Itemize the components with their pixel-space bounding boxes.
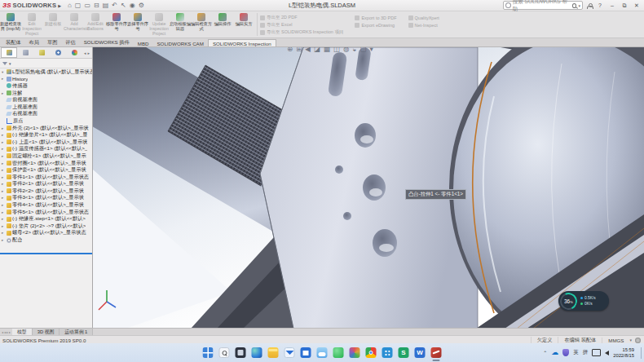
expand-arrow-icon[interactable]: ▸ bbox=[2, 126, 6, 130]
tree-item-part[interactable]: ▸ (-) 绝缘垫片<1> (默认<<默认>_显 bbox=[0, 131, 92, 139]
tree-item-part[interactable]: ▸ (-) 上盖<1> (默认<<默认>_显示状 bbox=[0, 139, 92, 146]
network-monitor-icon[interactable] bbox=[592, 349, 601, 356]
task-view-icon[interactable] bbox=[236, 347, 246, 358]
open-icon[interactable]: ▭ bbox=[84, 2, 90, 9]
section-view-icon[interactable]: ◪ bbox=[314, 47, 320, 53]
search-icon[interactable] bbox=[219, 347, 230, 358]
tree-item-part[interactable]: ▸ 密封圈<1> (默认<<默认>_显示状 bbox=[0, 160, 92, 167]
login-icon[interactable] bbox=[587, 3, 592, 8]
apply-scene-icon[interactable]: ▢ bbox=[359, 47, 366, 53]
add-characteristic-button[interactable]: Add Characteristic bbox=[64, 11, 85, 38]
green-app-icon[interactable] bbox=[333, 347, 344, 358]
tree-item-front-plane[interactable]: ▸ 前视基准面 bbox=[0, 96, 92, 104]
start-button-icon[interactable] bbox=[203, 347, 214, 358]
expand-arrow-icon[interactable]: ▸ bbox=[2, 210, 6, 214]
ime-language-indicator[interactable]: 英 bbox=[573, 349, 579, 356]
expand-arrow-icon[interactable]: ▸ bbox=[2, 168, 6, 172]
solidworks-app-icon[interactable] bbox=[431, 347, 442, 358]
dimxpert-manager-tab[interactable] bbox=[50, 47, 66, 58]
display-manager-tab[interactable] bbox=[66, 47, 82, 58]
expand-arrow-icon[interactable]: ▸ bbox=[2, 196, 6, 200]
configuration-manager-tab[interactable] bbox=[33, 47, 50, 58]
edge-browser-icon[interactable] bbox=[252, 347, 262, 358]
search-input[interactable]: 搜索 SOLIDWORKS 帮助 ▾ bbox=[503, 1, 583, 10]
add-edit-balloons-button[interactable]: Add/Edit Balloons bbox=[85, 11, 106, 38]
tab-evaluate[interactable]: 评估 bbox=[61, 38, 79, 46]
edit-instance-button[interactable]: 编辑实方 bbox=[233, 11, 254, 38]
view-settings-icon[interactable]: ▾ bbox=[369, 47, 373, 53]
green-s-app-icon[interactable]: S bbox=[399, 347, 409, 358]
restore-button[interactable]: ⧉ bbox=[620, 2, 629, 9]
weather-icon[interactable] bbox=[317, 347, 328, 358]
property-manager-tab[interactable] bbox=[17, 47, 33, 58]
tree-item-part[interactable]: ▸ 固定螺栓<1> (默认<<默认>_显示 bbox=[0, 152, 92, 160]
expand-arrow-icon[interactable]: ▸ bbox=[2, 154, 6, 158]
tab-sw-inspection[interactable]: SOLIDWORKS Inspection bbox=[208, 39, 276, 46]
expand-arrow-icon[interactable]: ▸ bbox=[2, 133, 6, 137]
tree-root-assembly[interactable]: ▾ L型铠装热电偶 (默认<默认_显示状态-1 bbox=[0, 68, 92, 76]
home-icon[interactable]: ⌂ bbox=[68, 2, 72, 9]
panel-splitter[interactable] bbox=[0, 253, 92, 254]
new-inspection-project-button[interactable]: 新建检查项目 (imp:M) bbox=[0, 11, 21, 38]
ime-mode-indicator[interactable]: 拼 bbox=[583, 349, 589, 356]
new-template-button[interactable]: 新建模板 bbox=[42, 11, 64, 38]
hide-show-items-icon[interactable]: ◍ bbox=[343, 47, 349, 53]
remove-balloons-button[interactable]: 移除零件序号 bbox=[106, 11, 127, 38]
tab-sw-cam[interactable]: SOLIDWORKS CAM bbox=[152, 40, 207, 46]
tree-item-part[interactable]: ▸ 外壳 (2)<1> (默认<<默认>_显示状 bbox=[0, 125, 92, 132]
browser-wheel-icon[interactable] bbox=[350, 347, 360, 358]
new-document-icon[interactable]: ▢ bbox=[75, 2, 82, 9]
security-shield-icon[interactable] bbox=[562, 349, 569, 356]
export-menu-item[interactable]: 导出至 SOLIDWORKS Inspection 项目 bbox=[260, 29, 343, 36]
export-menu-item[interactable]: Export to 3D PDF bbox=[355, 14, 396, 21]
expand-arrow-icon[interactable]: ▸ bbox=[2, 203, 6, 207]
close-button[interactable]: ✕ bbox=[633, 2, 641, 9]
zoom-area-icon[interactable]: ⊞ bbox=[296, 47, 302, 53]
expand-arrow-icon[interactable]: ▸ bbox=[2, 231, 6, 235]
microsoft-store-icon[interactable] bbox=[301, 347, 311, 358]
select-icon[interactable]: ↖ bbox=[121, 2, 126, 9]
print-icon[interactable]: ▤ bbox=[103, 2, 109, 9]
tab-assembly[interactable]: 装配体 bbox=[2, 38, 25, 46]
expand-arrow-icon[interactable]: ▸ bbox=[2, 161, 6, 166]
tree-item-part[interactable]: ▸ 螺母<2> (默认<<默认>_显示状态 bbox=[0, 230, 92, 237]
tree-item-history[interactable]: ▸ History bbox=[0, 76, 92, 83]
expand-arrow-icon[interactable]: ▸ bbox=[2, 77, 6, 81]
rebuild-icon[interactable]: ◉ bbox=[130, 2, 135, 9]
select-balloons-button[interactable]: 选择零件序号 bbox=[127, 11, 148, 38]
status-gear-icon[interactable] bbox=[635, 338, 641, 343]
tree-item-part[interactable]: ▸ 零件2<1> (默认<<默认>_显示状 bbox=[0, 181, 92, 188]
tree-item-part[interactable]: ▸ 零件1<1> (默认<<默认>_显示状态 bbox=[0, 174, 92, 181]
tree-item-annotations[interactable]: ▸ 注解 bbox=[0, 90, 92, 97]
tab-mbd[interactable]: MBD bbox=[134, 40, 153, 46]
edit-appearance-icon[interactable]: ◒ bbox=[352, 47, 356, 53]
tree-item-part[interactable]: ▸ (-) 垫片 (2)<2> ->? (默认<<默认> bbox=[0, 223, 92, 230]
net-speed-overlay[interactable]: 36% 0.5K/s 0K/s bbox=[558, 291, 609, 311]
blue-app-icon[interactable] bbox=[382, 347, 393, 358]
zoom-fit-icon[interactable]: ⊕ bbox=[287, 47, 293, 53]
tab-sketch[interactable]: 草图 bbox=[43, 38, 61, 46]
tray-expand-icon[interactable]: ⌃ bbox=[543, 350, 547, 355]
mail-icon[interactable] bbox=[285, 347, 295, 358]
save-icon[interactable]: ⊟ bbox=[94, 2, 99, 9]
wps-icon[interactable]: W bbox=[415, 347, 426, 358]
expand-arrow-icon[interactable]: ▸ bbox=[2, 224, 6, 228]
chrome-icon[interactable] bbox=[366, 347, 377, 358]
expand-arrow-icon[interactable]: ▾ bbox=[2, 70, 6, 74]
units-dropdown-icon[interactable]: ▾ bbox=[629, 338, 632, 342]
show-desktop-button[interactable] bbox=[641, 347, 642, 359]
expand-arrow-icon[interactable]: ▸ bbox=[2, 189, 6, 193]
export-menu-item[interactable]: Net-Inspect bbox=[408, 21, 439, 29]
tree-item-part[interactable]: ▸ (-) 温度传感器<1> (默认<<默认>_ bbox=[0, 146, 92, 153]
graphics-viewport[interactable]: ⊕⊞◀◪▦◫◍◒▢▾ 凸台-拉伸1 <- 零件1<1> 36% 0.5K/s 0… bbox=[93, 47, 644, 328]
tab-sw-addins[interactable]: SOLIDWORKS 插件 bbox=[80, 38, 134, 46]
view-orientation-icon[interactable]: ▦ bbox=[324, 47, 330, 53]
tree-item-top-plane[interactable]: ▸ 上视基准面 bbox=[0, 104, 92, 111]
minimize-button[interactable]: – bbox=[608, 2, 616, 8]
help-button[interactable]: ? bbox=[596, 2, 604, 8]
tree-item-part[interactable]: ▸ 零件3<1> (默认<<默认>_显示状 bbox=[0, 195, 92, 202]
viewport-3d-model[interactable] bbox=[93, 47, 644, 328]
search-dropdown-icon[interactable]: ▾ bbox=[578, 3, 580, 8]
expand-arrow-icon[interactable]: ▸ bbox=[2, 147, 6, 151]
tree-item-part[interactable]: ▸ 零件5<1> (默认<<默认>_显示状态 bbox=[0, 209, 92, 216]
